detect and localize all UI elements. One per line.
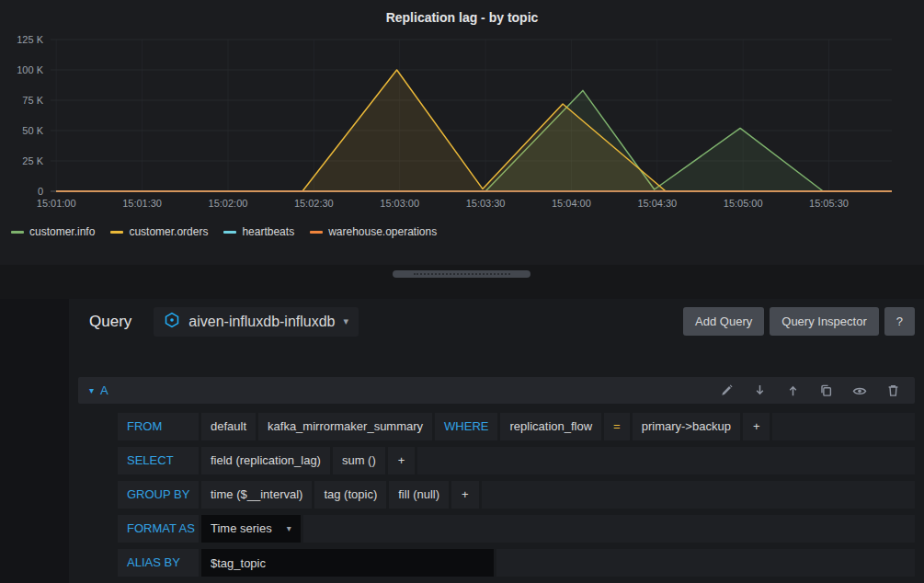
- legend-series-name: heartbeats: [242, 225, 294, 238]
- query-row-alias-by: ALIAS BY: [118, 549, 915, 577]
- query-row-from: FROMdefaultkafka_mirrormaker_summaryWHER…: [118, 413, 915, 440]
- legend-series-name: customer.orders: [129, 225, 208, 238]
- edit-query-icon[interactable]: [720, 383, 734, 397]
- svg-text:50 K: 50 K: [22, 125, 43, 136]
- add-query-button[interactable]: Add Query: [683, 307, 764, 336]
- influxdb-datasource-icon: [164, 312, 180, 332]
- grafana-panel-edit-view: { "chart_data": { "type": "line", "title…: [0, 0, 924, 583]
- legend-item[interactable]: heartbeats: [223, 225, 294, 238]
- query-editor-header: Query aiven-influxdb-influxdb ▾ Add Quer…: [78, 306, 915, 337]
- add-segment-button[interactable]: +: [451, 481, 479, 509]
- svg-text:25 K: 25 K: [22, 155, 43, 166]
- query-ref-id: A: [100, 383, 108, 397]
- svg-text:15:03:30: 15:03:30: [466, 198, 506, 209]
- svg-text:0: 0: [38, 186, 43, 197]
- svg-text:75 K: 75 K: [22, 95, 43, 106]
- datasource-name: aiven-influxdb-influxdb: [188, 314, 335, 330]
- legend-item[interactable]: customer.orders: [110, 225, 208, 238]
- query-segment[interactable]: sum (): [333, 447, 385, 474]
- svg-text:15:05:30: 15:05:30: [809, 198, 849, 209]
- replication-lag-chart: 15:01:0015:01:3015:02:0015:02:3015:03:00…: [0, 27, 924, 222]
- query-editor-panel: Query aiven-influxdb-influxdb ▾ Add Quer…: [69, 299, 924, 583]
- add-segment-button[interactable]: +: [743, 413, 770, 440]
- query-segment[interactable]: =: [604, 413, 630, 440]
- legend-series-marker: [223, 231, 236, 234]
- row-filler: [417, 447, 915, 474]
- legend-item[interactable]: warehouse.operations: [310, 225, 437, 238]
- format-as-value: Time series: [211, 515, 272, 543]
- svg-text:15:05:00: 15:05:00: [724, 198, 763, 209]
- row-filler: [772, 413, 915, 440]
- chevron-down-icon: ▾: [344, 315, 349, 327]
- svg-text:15:01:30: 15:01:30: [122, 198, 162, 209]
- query-row-select: SELECTfield (replication_lag)sum ()+: [118, 447, 915, 474]
- query-keyword-label: FROM: [118, 413, 199, 440]
- resize-scrollbar-handle[interactable]: [393, 270, 530, 278]
- add-segment-button[interactable]: +: [388, 447, 416, 474]
- legend-series-marker: [310, 231, 323, 234]
- panel-editor-tab-strip: [0, 299, 69, 583]
- legend-series-marker: [110, 231, 123, 234]
- row-filler: [482, 481, 915, 509]
- alias-by-input[interactable]: [201, 549, 494, 577]
- toggle-query-visibility-icon[interactable]: [852, 383, 867, 398]
- chart-panel: Replication lag - by topic 15:01:0015:01…: [0, 0, 924, 265]
- duplicate-query-icon[interactable]: [819, 383, 833, 397]
- query-segment[interactable]: tag (topic): [314, 481, 386, 509]
- query-keyword-label: ALIAS BY: [118, 549, 199, 577]
- query-segment[interactable]: default: [201, 413, 256, 440]
- svg-text:15:02:00: 15:02:00: [209, 198, 248, 209]
- collapse-query-icon[interactable]: ▾: [89, 385, 94, 395]
- datasource-picker[interactable]: aiven-influxdb-influxdb ▾: [154, 307, 359, 337]
- query-inspector-button[interactable]: Query Inspector: [770, 307, 879, 336]
- move-query-down-icon[interactable]: [753, 383, 767, 397]
- query-ref-header: ▾ A: [78, 377, 915, 404]
- legend-series-name: warehouse.operations: [328, 225, 437, 238]
- row-filler: [496, 549, 915, 577]
- query-segment[interactable]: time ($__interval): [201, 481, 312, 509]
- query-row-format-as: FORMAT ASTime series▾: [118, 515, 915, 543]
- svg-text:125 K: 125 K: [17, 34, 43, 45]
- where-keyword-label: WHERE: [435, 413, 497, 440]
- query-segment[interactable]: replication_flow: [500, 413, 601, 440]
- legend-item[interactable]: customer.info: [11, 225, 95, 238]
- query-row-group-by: GROUP BYtime ($__interval)tag (topic)fil…: [118, 481, 915, 509]
- svg-text:15:04:00: 15:04:00: [552, 198, 591, 209]
- query-segment[interactable]: primary->backup: [633, 413, 740, 440]
- row-filler: [303, 515, 915, 543]
- format-as-select[interactable]: Time series▾: [201, 515, 301, 543]
- query-builder-rows: FROMdefaultkafka_mirrormaker_summaryWHER…: [118, 413, 915, 577]
- legend-series-name: customer.info: [29, 225, 95, 238]
- chevron-down-icon: ▾: [287, 515, 291, 543]
- svg-text:15:03:00: 15:03:00: [380, 198, 419, 209]
- delete-query-icon[interactable]: [886, 383, 900, 397]
- query-segment[interactable]: fill (null): [389, 481, 449, 509]
- query-keyword-label: SELECT: [118, 447, 199, 474]
- help-button[interactable]: ?: [884, 307, 915, 336]
- svg-text:15:02:30: 15:02:30: [294, 198, 334, 209]
- query-segment[interactable]: kafka_mirrormaker_summary: [258, 413, 432, 440]
- chart-legend: customer.infocustomer.ordersheartbeatswa…: [11, 225, 437, 238]
- svg-text:100 K: 100 K: [17, 64, 43, 75]
- query-editor-title: Query: [89, 313, 131, 331]
- panel-title: Replication lag - by topic: [0, 0, 924, 25]
- query-keyword-label: FORMAT AS: [118, 515, 199, 543]
- svg-text:15:01:00: 15:01:00: [37, 198, 76, 209]
- query-segment[interactable]: field (replication_lag): [201, 447, 330, 474]
- svg-text:15:04:30: 15:04:30: [637, 198, 677, 209]
- legend-series-marker: [11, 231, 24, 234]
- query-toolbar: [720, 383, 904, 398]
- move-query-up-icon[interactable]: [786, 383, 800, 397]
- query-keyword-label: GROUP BY: [118, 481, 199, 509]
